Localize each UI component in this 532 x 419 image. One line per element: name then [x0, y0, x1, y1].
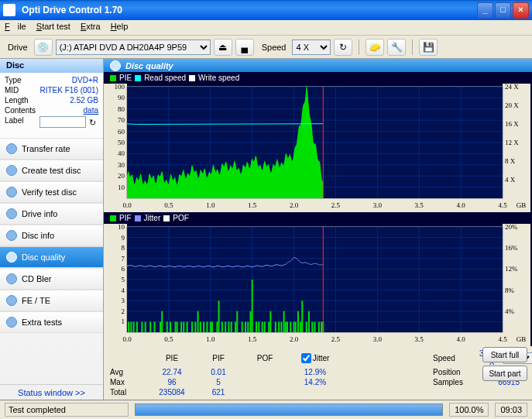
content-title: Disc quality — [125, 61, 173, 70]
hdr-pie: PIE — [149, 354, 195, 362]
nav-label: CD Bler — [22, 274, 52, 283]
pif-chart — [104, 224, 530, 346]
nav-item-cd-bler[interactable]: CD Bler — [0, 268, 103, 290]
drive-label: Drive — [8, 43, 28, 52]
nav-icon — [6, 317, 17, 328]
total-label: Total — [110, 388, 149, 397]
avg-pif: 0.01 — [195, 368, 242, 376]
close-button[interactable]: × — [513, 2, 529, 19]
hdr-pif: PIF — [195, 354, 242, 362]
disc-quality-icon — [110, 60, 121, 71]
status-window-toggle[interactable]: Status window >> — [0, 384, 103, 400]
nav-item-drive-info[interactable]: Drive info — [0, 203, 103, 225]
hdr-pof: POF — [242, 354, 288, 362]
nav-label: Disc quality — [22, 252, 65, 262]
contents-value[interactable]: data — [84, 106, 98, 115]
tools-button[interactable]: 🔧 — [387, 39, 406, 56]
label-label: Label — [5, 116, 23, 129]
nav-icon — [6, 208, 17, 219]
nav-item-disc-info[interactable]: Disc info — [0, 225, 103, 246]
nav-item-extra-tests[interactable]: Extra tests — [0, 311, 103, 333]
window-title: Opti Drive Control 1.70 — [19, 5, 475, 15]
type-value: DVD+R — [72, 76, 98, 84]
length-value: 2.52 GB — [70, 96, 98, 105]
nav-item-create-test-disc[interactable]: Create test disc — [0, 160, 103, 181]
nav-label: Transfer rate — [22, 144, 70, 153]
length-label: Length — [5, 96, 29, 105]
status-text: Test completed — [5, 403, 129, 417]
tray-button[interactable]: ▄ — [235, 39, 254, 56]
avg-label: Avg — [110, 368, 149, 376]
mid-value: RITEK F16 (001) — [39, 86, 98, 94]
menu-file[interactable]: File — [5, 22, 26, 31]
refresh-speed-button[interactable]: ↻ — [334, 39, 352, 56]
position-label: Position — [433, 368, 479, 376]
maximize-button[interactable]: □ — [495, 2, 511, 19]
start-part-button[interactable]: Start part — [482, 366, 527, 381]
menu-extra[interactable]: Extra — [81, 22, 101, 31]
label-input[interactable] — [39, 116, 86, 128]
max-jitter: 14.2% — [288, 378, 342, 386]
speed-select[interactable]: 4 X — [292, 39, 331, 55]
minimize-button[interactable]: _ — [477, 2, 493, 19]
max-pif: 5 — [195, 378, 242, 386]
menu-help[interactable]: Help — [111, 22, 129, 31]
nav-icon — [6, 165, 17, 176]
eject-button[interactable]: ⏏ — [214, 39, 232, 56]
app-icon — [3, 4, 15, 16]
drive-icon-button[interactable]: 💿 — [34, 39, 53, 56]
speed-stat-label: Speed — [433, 354, 479, 362]
legend-top: PIE Read speed Write speed — [104, 72, 532, 84]
total-pif: 621 — [195, 388, 242, 397]
total-pie: 235084 — [149, 388, 195, 397]
disc-panel-header: Disc — [0, 59, 103, 73]
nav-icon — [6, 143, 17, 154]
nav-icon — [6, 187, 17, 197]
max-pie: 96 — [149, 378, 195, 386]
nav-icon — [6, 252, 17, 263]
menu-start-test[interactable]: Start test — [36, 22, 70, 31]
samples-label: Samples — [433, 378, 479, 386]
max-label: Max — [110, 378, 149, 386]
nav-icon — [6, 295, 17, 306]
mid-label: MID — [5, 86, 19, 94]
nav-item-transfer-rate[interactable]: Transfer rate — [0, 138, 103, 160]
jitter-checkbox[interactable] — [301, 353, 311, 363]
nav-label: FE / TE — [22, 296, 50, 305]
type-label: Type — [5, 76, 22, 84]
pie-chart — [104, 84, 530, 212]
start-full-button[interactable]: Start full — [482, 347, 527, 362]
progress-bar — [135, 404, 443, 416]
nav-icon — [6, 230, 17, 241]
drive-select[interactable]: (J:) ATAPI DVD A DH20A4P 9P59 — [56, 39, 211, 55]
save-button[interactable]: 💾 — [419, 39, 438, 56]
contents-label: Contents — [5, 106, 36, 115]
speed-label: Speed — [262, 43, 287, 52]
nav-label: Drive info — [22, 209, 57, 218]
refresh-label-icon[interactable]: ↻ — [86, 116, 98, 129]
nav-icon — [6, 273, 17, 284]
erase-button[interactable]: 🧽 — [366, 39, 384, 56]
status-percent: 100.0% — [449, 403, 489, 417]
nav-item-verify-test-disc[interactable]: Verify test disc — [0, 181, 103, 203]
legend-bottom: PIF Jitter POF — [104, 212, 532, 224]
avg-pie: 22.74 — [149, 368, 195, 376]
nav-item-fe-te[interactable]: FE / TE — [0, 290, 103, 311]
nav-label: Extra tests — [22, 318, 62, 327]
nav-item-disc-quality[interactable]: Disc quality — [0, 246, 103, 268]
status-time: 09:03 — [495, 403, 527, 417]
hdr-jitter: Jitter — [313, 354, 330, 362]
nav-label: Verify test disc — [22, 187, 77, 197]
nav-label: Create test disc — [22, 166, 81, 175]
nav-label: Disc info — [22, 231, 54, 240]
avg-jitter: 12.9% — [288, 368, 342, 376]
